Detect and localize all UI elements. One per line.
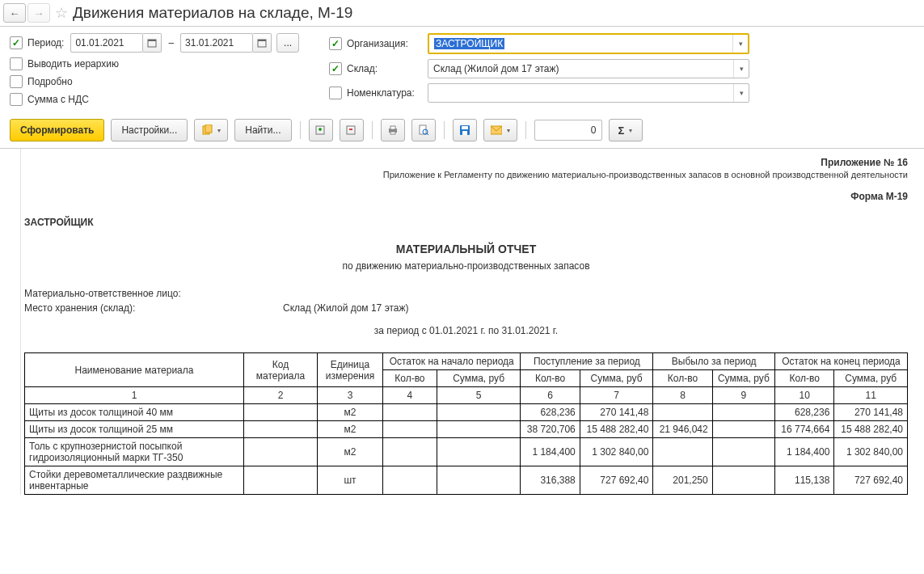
vat-label: Сумма с НДС (27, 94, 89, 105)
period-from-calendar-icon[interactable] (143, 33, 162, 53)
mol-label: Материально-ответственное лицо: (24, 288, 283, 299)
mail-button[interactable]: ▾ (483, 119, 517, 141)
nav-forward-button[interactable]: → (27, 3, 50, 23)
col-number: 4 (383, 387, 437, 404)
find-button[interactable]: Найти... (234, 119, 291, 141)
svg-rect-14 (462, 126, 468, 129)
data-table: Наименование материала Код материала Еди… (24, 352, 908, 495)
period-more-button[interactable]: ... (276, 33, 299, 53)
th-unit: Единица измерения (318, 353, 383, 387)
svg-rect-3 (258, 40, 266, 41)
period-to-calendar-icon[interactable] (253, 33, 272, 53)
svg-rect-5 (205, 125, 212, 133)
th-end-qty: Кол-во (775, 370, 834, 387)
th-code: Код материала (244, 353, 318, 387)
filters-panel: Период: 01.01.2021 – 31.01.2021 ... Выво… (0, 27, 924, 116)
col-number: 8 (653, 387, 712, 404)
th-end-sum: Сумма, руб (834, 370, 908, 387)
dropdown-arrow-icon: ▾ (733, 60, 749, 78)
outline-column[interactable] (4, 149, 21, 495)
company-name: ЗАСТРОЙЩИК (24, 217, 908, 228)
hierarchy-checkbox[interactable] (10, 57, 23, 70)
printer-icon (387, 125, 399, 136)
period-label: Период: (27, 37, 64, 49)
table-row[interactable]: Толь с крупнозернистой посыпкой гидроизо… (25, 438, 908, 466)
expand-button[interactable] (309, 119, 333, 141)
store-value: Склад (Жилой дом 17 этаж) (283, 302, 409, 314)
period-from-input[interactable]: 01.01.2021 (70, 33, 143, 53)
sum-button[interactable]: Σ▾ (609, 119, 643, 141)
period-checkbox[interactable] (10, 36, 23, 49)
warehouse-checkbox[interactable] (329, 62, 342, 75)
copy-icon (201, 125, 213, 136)
hierarchy-label: Выводить иерархию (27, 58, 119, 70)
nomenclature-checkbox[interactable] (329, 87, 342, 99)
th-out-sum: Сумма, руб (712, 370, 774, 387)
col-number: 3 (318, 387, 383, 404)
col-number: 10 (775, 387, 834, 404)
th-out-qty: Кол-во (653, 370, 712, 387)
svg-rect-9 (390, 126, 395, 129)
period-to-input[interactable]: 31.01.2021 (180, 33, 253, 53)
th-start-qty: Кол-во (383, 370, 437, 387)
counter-input[interactable]: 0 (534, 120, 602, 141)
col-number: 1 (25, 387, 244, 404)
th-start: Остаток на начало периода (383, 353, 521, 370)
nomenclature-select[interactable]: ▾ (428, 83, 749, 103)
th-end: Остаток на конец периода (775, 353, 908, 370)
titlebar: ← → ☆ Движения материалов на складе, М-1… (0, 0, 924, 27)
favorite-star-icon[interactable]: ☆ (55, 4, 68, 22)
vat-checkbox[interactable] (10, 93, 23, 106)
table-row[interactable]: Щиты из досок толщиной 40 ммм2628,236270… (25, 404, 908, 421)
dropdown-arrow-icon: ▾ (733, 84, 749, 102)
report-period: за период с 01.01.2021 г. по 31.01.2021 … (24, 325, 908, 336)
table-row[interactable]: Стойки деревометаллические раздвижные ин… (25, 466, 908, 495)
org-value: ЗАСТРОЙЩИК (434, 38, 504, 49)
th-out: Выбыло за период (653, 353, 775, 370)
collapse-button[interactable] (340, 119, 364, 141)
print-button[interactable] (381, 119, 405, 141)
detail-label: Подробно (27, 76, 73, 87)
col-number: 5 (437, 387, 521, 404)
collapse-icon (346, 125, 357, 136)
sigma-icon: Σ (618, 125, 625, 137)
th-in-sum: Сумма, руб (580, 370, 653, 387)
svg-rect-7 (347, 126, 355, 134)
svg-rect-15 (462, 131, 467, 135)
svg-rect-10 (390, 132, 395, 134)
col-number: 11 (834, 387, 908, 404)
org-label: Организация: (347, 38, 428, 49)
envelope-icon (491, 125, 502, 135)
diskette-icon (459, 125, 470, 136)
report-area: Приложение № 16 Приложение к Регламенту … (0, 148, 924, 495)
appendix-number: Приложение № 16 (24, 157, 908, 168)
expand-icon (315, 125, 327, 136)
form-button[interactable]: Сформировать (10, 119, 104, 141)
store-label: Место хранения (склад): (24, 302, 283, 314)
copy-button[interactable]: ▾ (194, 119, 228, 141)
warehouse-label: Склад: (347, 63, 428, 74)
org-select[interactable]: ЗАСТРОЙЩИК▾ (428, 33, 749, 54)
table-row[interactable]: Щиты из досок толщиной 25 ммм238 720,706… (25, 421, 908, 438)
warehouse-value: Склад (Жилой дом 17 этаж) (428, 63, 733, 74)
th-in: Поступление за период (521, 353, 653, 370)
col-number: 6 (521, 387, 580, 404)
report-title: МАТЕРИАЛЬНЫЙ ОТЧЕТ (24, 243, 908, 255)
report-subtitle: по движению материально-производственных… (24, 260, 908, 272)
save-button[interactable] (453, 119, 477, 141)
page-title: Движения материалов на складе, М-19 (73, 4, 352, 22)
toolbar: Сформировать Настройки... ▾ Найти... ▾ 0… (0, 116, 924, 148)
warehouse-select[interactable]: Склад (Жилой дом 17 этаж)▾ (428, 59, 749, 78)
nav-back-button[interactable]: ← (3, 3, 26, 23)
col-number: 7 (580, 387, 653, 404)
dropdown-arrow-icon: ▾ (732, 35, 748, 53)
col-number: 9 (712, 387, 774, 404)
preview-button[interactable] (411, 119, 436, 141)
org-checkbox[interactable] (329, 37, 342, 50)
settings-button[interactable]: Настройки... (111, 119, 188, 141)
th-start-sum: Сумма, руб (437, 370, 521, 387)
period-dash: – (168, 37, 174, 49)
th-in-qty: Кол-во (521, 370, 580, 387)
svg-rect-1 (148, 40, 156, 41)
detail-checkbox[interactable] (10, 75, 23, 88)
